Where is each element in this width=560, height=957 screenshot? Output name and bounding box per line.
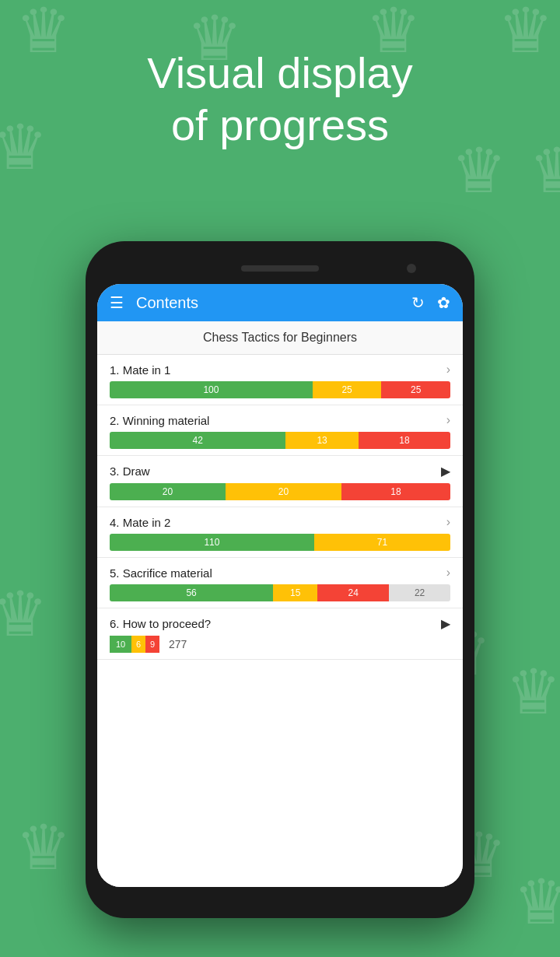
mini-progress-row: 10 6 9 277 bbox=[110, 636, 450, 653]
bar-green: 42 bbox=[110, 432, 285, 449]
small-bar-yellow: 6 bbox=[131, 636, 145, 653]
small-bars: 10 6 9 bbox=[110, 636, 159, 653]
app-bar-title: Contents bbox=[136, 294, 399, 312]
bar-green: 20 bbox=[110, 483, 226, 500]
bar-green: 110 bbox=[110, 534, 314, 551]
menu-icon[interactable]: ☰ bbox=[110, 293, 124, 312]
app-bar: ☰ Contents ↻ ✿ bbox=[97, 284, 463, 321]
list-item-header: 4. Mate in 2 › bbox=[110, 515, 450, 529]
list-item[interactable]: 6. How to proceed? ▶ 10 6 9 277 bbox=[97, 608, 463, 660]
bar-red: 18 bbox=[359, 432, 450, 449]
chevron-right-icon: › bbox=[446, 413, 450, 427]
list-item[interactable]: 2. Winning material › 42 13 18 bbox=[97, 405, 463, 456]
bar-empty: 22 bbox=[389, 584, 450, 601]
item-title: 3. Draw bbox=[110, 464, 150, 478]
list-item-header: 1. Mate in 1 › bbox=[110, 363, 450, 377]
list-item-header: 3. Draw ▶ bbox=[110, 464, 450, 478]
list-item[interactable]: 1. Mate in 1 › 100 25 25 bbox=[97, 355, 463, 405]
progress-bar: 110 71 bbox=[110, 534, 450, 551]
phone-speaker bbox=[241, 265, 319, 272]
remaining-count: 277 bbox=[169, 638, 187, 650]
item-title: 4. Mate in 2 bbox=[110, 516, 170, 529]
section-header: Chess Tactics for Beginners bbox=[97, 321, 463, 355]
list-item-header: 6. How to proceed? ▶ bbox=[110, 616, 450, 631]
hero-line1: Visual display bbox=[0, 47, 560, 99]
list-item-header: 2. Winning material › bbox=[110, 413, 450, 427]
butterfly-icon[interactable]: ✿ bbox=[437, 293, 450, 312]
phone-camera bbox=[407, 264, 416, 273]
chevron-right-icon: › bbox=[446, 566, 450, 580]
progress-bar: 42 13 18 bbox=[110, 432, 450, 449]
bar-yellow: 15 bbox=[273, 584, 317, 601]
chevron-right-icon: › bbox=[446, 515, 450, 529]
phone-frame: ☰ Contents ↻ ✿ Chess Tactics for Beginne… bbox=[86, 241, 474, 918]
bar-yellow: 71 bbox=[314, 534, 450, 551]
bar-green: 56 bbox=[110, 584, 273, 601]
item-title: 1. Mate in 1 bbox=[110, 363, 170, 377]
hero-text: Visual display of progress bbox=[0, 47, 560, 151]
progress-bar: 20 20 18 bbox=[110, 483, 450, 500]
chevron-right-icon: › bbox=[446, 363, 450, 377]
list-item-header: 5. Sacrifice material › bbox=[110, 566, 450, 580]
bar-red: 24 bbox=[317, 584, 389, 601]
small-bar-red: 9 bbox=[145, 636, 159, 653]
clock-icon[interactable]: ↻ bbox=[411, 293, 425, 312]
phone-screen: ☰ Contents ↻ ✿ Chess Tactics for Beginne… bbox=[97, 284, 463, 887]
item-title: 2. Winning material bbox=[110, 414, 209, 427]
list-item[interactable]: 3. Draw ▶ 20 20 18 bbox=[97, 456, 463, 507]
progress-bar: 100 25 25 bbox=[110, 381, 450, 398]
list-item[interactable]: 4. Mate in 2 › 110 71 bbox=[97, 507, 463, 558]
item-title: 5. Sacrifice material bbox=[110, 566, 212, 580]
app-bar-actions: ↻ ✿ bbox=[411, 293, 450, 312]
content-area: Chess Tactics for Beginners 1. Mate in 1… bbox=[97, 321, 463, 887]
bar-red: 25 bbox=[381, 381, 450, 398]
small-bar-green: 10 bbox=[110, 636, 131, 653]
bar-red: 18 bbox=[341, 483, 450, 500]
progress-bar: 56 15 24 22 bbox=[110, 584, 450, 601]
bar-yellow: 20 bbox=[226, 483, 341, 500]
bar-yellow: 13 bbox=[285, 432, 359, 449]
play-icon: ▶ bbox=[441, 464, 450, 478]
list-item[interactable]: 5. Sacrifice material › 56 15 24 22 bbox=[97, 558, 463, 608]
play-icon: ▶ bbox=[441, 616, 450, 631]
hero-line2: of progress bbox=[0, 99, 560, 151]
bar-green: 100 bbox=[110, 381, 313, 398]
bar-yellow: 25 bbox=[313, 381, 382, 398]
phone-notch bbox=[97, 257, 463, 280]
item-title: 6. How to proceed? bbox=[110, 617, 211, 630]
